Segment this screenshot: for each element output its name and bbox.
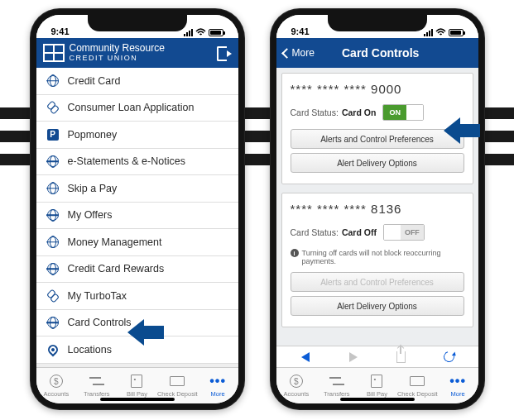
nav-header: More Card Controls <box>276 38 478 68</box>
status-time: 9:41 <box>51 26 70 36</box>
billpay-icon <box>128 374 145 389</box>
card-number: **** **** **** 8136 <box>291 202 464 216</box>
card-off-note: Turning off cards will not block reoccur… <box>291 249 464 265</box>
billpay-icon <box>368 374 385 389</box>
menu-item-turbotax[interactable]: My TurboTax <box>36 283 238 310</box>
alert-delivery-button[interactable]: Alert Delivery Options <box>291 153 464 173</box>
menu-item-credit-card[interactable]: Credit Card <box>36 68 238 95</box>
brand-title: Community Resource CREDIT UNION <box>70 43 165 63</box>
menu-item-popmoney[interactable]: PPopmoney <box>36 122 238 149</box>
link-icon <box>46 101 60 114</box>
alert-delivery-button[interactable]: Alert Delivery Options <box>291 296 464 316</box>
globe-icon <box>46 74 60 88</box>
popmoney-icon: P <box>46 128 60 141</box>
card-toggle[interactable]: OFF <box>383 224 425 241</box>
link-icon <box>46 289 60 303</box>
signal-icon <box>184 29 193 36</box>
more-icon: ••• <box>449 374 466 389</box>
browser-toolbar <box>276 346 478 367</box>
phone-right: 9:41 More Card Controls **** **** **** 9… <box>270 8 485 410</box>
menu-item-skip-a-pay[interactable]: Skip a Pay <box>36 175 238 203</box>
menu-item-my-offers[interactable]: My Offers <box>36 203 238 230</box>
accounts-icon: $ <box>48 374 65 389</box>
card-toggle[interactable]: ON <box>382 104 424 121</box>
check-icon <box>169 374 185 389</box>
card-area: **** **** **** 9000 Card Status: Card On… <box>276 68 478 346</box>
card-status-row: Card Status: Card Off OFF <box>291 224 464 241</box>
browser-forward-icon[interactable] <box>347 351 360 364</box>
app-header: Community Resource CREDIT UNION <box>36 38 238 68</box>
phone-left: 9:41 Community Resource CREDIT UNION Cre… <box>30 8 245 410</box>
logout-icon[interactable] <box>217 46 232 60</box>
card-number: **** **** **** 9000 <box>291 82 464 96</box>
check-icon <box>409 374 425 389</box>
battery-icon <box>449 29 464 36</box>
home-indicator <box>340 398 415 401</box>
alerts-preferences-button[interactable]: Alerts and Control Preferences <box>291 129 464 149</box>
signal-icon <box>424 29 433 36</box>
menu-item-cc-rewards[interactable]: Credit Card Rewards <box>36 256 238 284</box>
tab-more[interactable]: •••More <box>438 368 478 403</box>
brand-logo-icon <box>43 44 65 62</box>
home-indicator <box>100 398 175 401</box>
callout-arrow-icon <box>444 117 480 142</box>
globe-icon <box>46 262 60 275</box>
share-icon[interactable] <box>395 351 408 364</box>
alerts-preferences-button[interactable]: Alerts and Control Preferences <box>291 272 464 292</box>
status-bar: 9:41 <box>276 15 478 38</box>
globe-icon <box>46 208 60 222</box>
callout-arrow-icon <box>127 319 164 344</box>
tab-accounts[interactable]: $Accounts <box>36 368 77 403</box>
browser-back-icon[interactable] <box>299 351 312 364</box>
transfers-icon <box>329 374 345 389</box>
menu-item-money-mgmt[interactable]: Money Management <box>36 229 238 256</box>
reload-icon[interactable] <box>443 351 456 364</box>
tab-more[interactable]: •••More <box>198 368 238 403</box>
status-time: 9:41 <box>291 26 310 36</box>
globe-icon <box>46 155 60 168</box>
card-status-row: Card Status: Card On ON <box>291 104 464 121</box>
menu-item-estatements[interactable]: e-Statements & e-Notices <box>36 149 238 176</box>
wifi-icon <box>195 28 206 36</box>
menu-item-consumer-loan[interactable]: Consumer Loan Application <box>36 95 238 122</box>
wifi-icon <box>435 28 446 36</box>
transfers-icon <box>89 374 105 389</box>
accounts-icon: $ <box>288 374 305 389</box>
pin-icon <box>46 343 60 356</box>
more-icon: ••• <box>209 374 226 389</box>
globe-icon <box>46 316 60 329</box>
status-bar: 9:41 <box>36 15 238 38</box>
card-block: **** **** **** 8136 Card Status: Card Of… <box>281 193 473 327</box>
tab-accounts[interactable]: $Accounts <box>276 368 317 403</box>
page-title: Card Controls <box>290 46 472 60</box>
battery-icon <box>209 29 223 36</box>
globe-icon <box>46 236 60 249</box>
globe-icon <box>46 182 60 195</box>
